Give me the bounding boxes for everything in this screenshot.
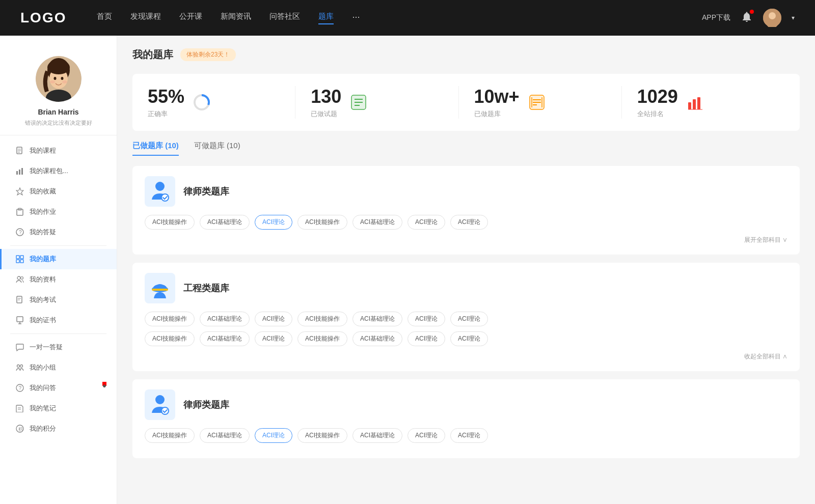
notes-icon xyxy=(528,93,546,111)
sidebar-item-notes[interactable]: 我的笔记 xyxy=(0,398,117,418)
nav-open-course[interactable]: 公开课 xyxy=(179,12,202,24)
note-icon xyxy=(15,404,24,413)
star-icon xyxy=(15,187,24,196)
bank-card-lawyer-1: 律师类题库 ACI技能操作 ACI基础理论 ACI理论 ACI技能操作 ACI基… xyxy=(132,166,800,255)
bank-card-engineer: 工程类题库 ACI技能操作 ACI基础理论 ACI理论 ACI技能操作 ACI基… xyxy=(132,263,800,371)
sidebar-item-materials[interactable]: 我的资料 xyxy=(0,269,117,290)
sidebar-label-1on1: 一对一答疑 xyxy=(30,343,63,352)
eng-tag-6[interactable]: ACI理论 xyxy=(450,312,488,326)
nav-qa[interactable]: 问答社区 xyxy=(269,12,300,24)
stat-accuracy: 55% 正确率 xyxy=(148,86,295,119)
collapse-link-1[interactable]: 收起全部科目 ∧ xyxy=(744,353,787,360)
svg-point-29 xyxy=(21,277,23,279)
profile-avatar-image xyxy=(36,56,82,102)
sidebar-menu: 我的课程 我的课程包... 我的收藏 我的作业 xyxy=(0,141,117,439)
bank-title-lawyer-2: 律师类题库 xyxy=(183,399,229,411)
sidebar-label-questions: 我的问答 xyxy=(30,383,56,393)
nav-more[interactable]: ··· xyxy=(352,12,360,24)
nav-bank[interactable]: 题库 xyxy=(318,12,334,24)
eng-tag-11[interactable]: ACI基础理论 xyxy=(352,331,402,346)
sidebar-item-course[interactable]: 我的课程 xyxy=(0,141,117,161)
eng-tag-3[interactable]: ACI技能操作 xyxy=(297,312,347,326)
qa-icon: ? xyxy=(15,383,24,393)
svg-rect-66 xyxy=(152,289,168,291)
svg-rect-26 xyxy=(16,260,19,263)
tag-4[interactable]: ACI基础理论 xyxy=(352,215,402,230)
sidebar-item-my-qa[interactable]: ? 我的答疑 xyxy=(0,222,117,242)
svg-point-62 xyxy=(155,182,165,191)
eng-tag-13[interactable]: ACI理论 xyxy=(450,331,488,346)
svg-rect-33 xyxy=(17,317,23,322)
sidebar-item-course-package[interactable]: 我的课程包... xyxy=(0,161,117,181)
eng-tag-7[interactable]: ACI技能操作 xyxy=(145,331,195,346)
app-download-link[interactable]: APP下载 xyxy=(702,13,730,22)
eng-tag-9[interactable]: ACI理论 xyxy=(255,331,292,346)
stat-rank: 1029 全站排名 xyxy=(622,86,784,119)
eng-tag-5[interactable]: ACI理论 xyxy=(408,312,445,326)
nav-discover[interactable]: 发现课程 xyxy=(130,12,161,24)
eng-tag-1[interactable]: ACI基础理论 xyxy=(200,312,250,326)
notification-bell[interactable] xyxy=(741,11,753,25)
sidebar-label-exam: 我的考试 xyxy=(30,295,56,304)
tabs: 已做题库 (10) 可做题库 (10) xyxy=(132,141,800,156)
tag-2[interactable]: ACI理论 xyxy=(255,215,292,230)
sidebar-label-notes: 我的笔记 xyxy=(30,404,56,413)
lawyer-bank-icon xyxy=(145,176,175,207)
svg-rect-58 xyxy=(688,102,691,109)
eng-tag-8[interactable]: ACI基础理论 xyxy=(200,331,250,346)
stat-done-banks: 10w+ 已做题库 xyxy=(459,86,622,119)
profile-avatar xyxy=(36,56,82,102)
doc-icon xyxy=(15,295,24,304)
lawyer-bank-icon-2 xyxy=(145,389,175,420)
page-title: 我的题库 xyxy=(132,48,173,62)
eng-tag-4[interactable]: ACI基础理论 xyxy=(352,312,402,326)
sidebar-item-homework[interactable]: 我的作业 xyxy=(0,202,117,222)
bank-tags-lawyer-2: ACI技能操作 ACI基础理论 ACI理论 ACI技能操作 ACI基础理论 AC… xyxy=(145,428,787,443)
sidebar-item-exam[interactable]: 我的考试 xyxy=(0,290,117,310)
law2-tag-4[interactable]: ACI基础理论 xyxy=(352,428,402,443)
tag-0[interactable]: ACI技能操作 xyxy=(145,215,195,230)
coin-icon: 积 xyxy=(15,424,24,433)
tag-6[interactable]: ACI理论 xyxy=(450,215,488,230)
bank-tags-engineer-row2: ACI技能操作 ACI基础理论 ACI理论 ACI技能操作 ACI基础理论 AC… xyxy=(145,331,787,346)
pie-chart-icon xyxy=(193,93,211,111)
sidebar-item-question-bank[interactable]: 我的题库 xyxy=(0,249,117,269)
avatar[interactable] xyxy=(763,9,781,27)
tag-1[interactable]: ACI基础理论 xyxy=(200,215,250,230)
sidebar-item-favorites[interactable]: 我的收藏 xyxy=(0,181,117,202)
tab-done[interactable]: 已做题库 (10) xyxy=(132,141,179,156)
eng-tag-10[interactable]: ACI技能操作 xyxy=(297,331,347,346)
expand-link-1[interactable]: 展开全部科目 ∨ xyxy=(744,236,787,243)
sidebar-item-group[interactable]: 我的小组 xyxy=(0,357,117,378)
bank-tags-engineer-row1: ACI技能操作 ACI基础理论 ACI理论 ACI技能操作 ACI基础理论 AC… xyxy=(145,312,787,326)
law2-tag-5[interactable]: ACI理论 xyxy=(408,428,445,443)
bank-footer-2: 收起全部科目 ∧ xyxy=(145,351,787,361)
tag-3[interactable]: ACI技能操作 xyxy=(297,215,347,230)
sidebar-item-1on1[interactable]: 一对一答疑 xyxy=(0,337,117,357)
sidebar-item-points[interactable]: 积 我的积分 xyxy=(0,418,117,439)
svg-point-67 xyxy=(155,395,165,404)
law2-tag-0[interactable]: ACI技能操作 xyxy=(145,428,195,443)
tab-available[interactable]: 可做题库 (10) xyxy=(194,141,240,156)
law2-tag-2[interactable]: ACI理论 xyxy=(255,428,292,443)
nav-home[interactable]: 首页 xyxy=(97,12,112,24)
eng-tag-2[interactable]: ACI理论 xyxy=(255,312,292,326)
stat-rank-label: 全站排名 xyxy=(637,109,678,119)
law2-tag-1[interactable]: ACI基础理论 xyxy=(200,428,250,443)
file-icon xyxy=(15,146,24,155)
law2-tag-3[interactable]: ACI技能操作 xyxy=(297,428,347,443)
law2-tag-6[interactable]: ACI理论 xyxy=(450,428,488,443)
tag-5[interactable]: ACI理论 xyxy=(408,215,445,230)
stat-rank-value: 1029 xyxy=(637,86,678,107)
nav-news[interactable]: 新闻资讯 xyxy=(221,12,251,24)
eng-tag-0[interactable]: ACI技能操作 xyxy=(145,312,195,326)
svg-rect-59 xyxy=(693,99,696,109)
svg-text:?: ? xyxy=(19,385,22,391)
sidebar-item-certificate[interactable]: 我的证书 xyxy=(0,310,117,330)
sidebar-item-questions[interactable]: ? 我的问答 ● xyxy=(0,378,117,398)
svg-point-37 xyxy=(20,365,23,368)
svg-point-10 xyxy=(50,80,55,83)
eng-tag-12[interactable]: ACI理论 xyxy=(408,331,445,346)
stat-banks-value: 10w+ xyxy=(474,86,520,107)
avatar-chevron-icon[interactable]: ▾ xyxy=(792,14,795,21)
